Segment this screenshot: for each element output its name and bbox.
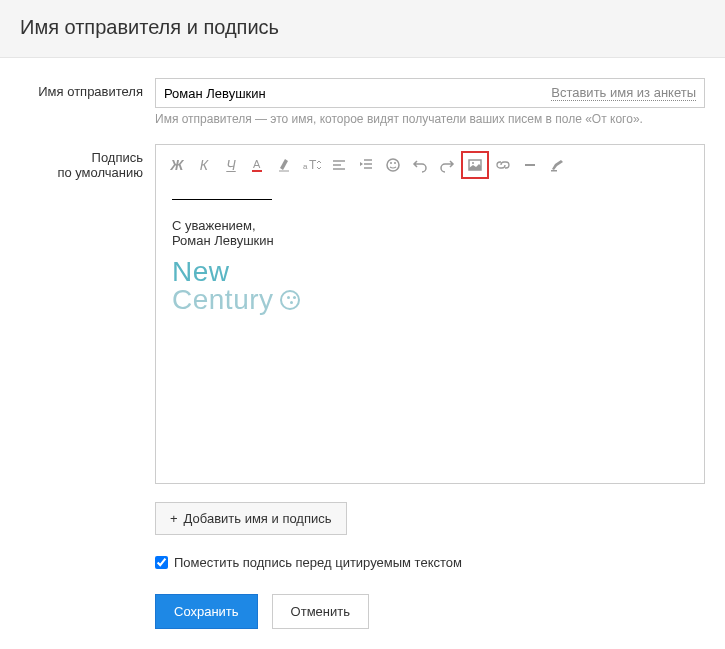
svg-text:T: T bbox=[309, 158, 317, 172]
content: Имя отправителя Вставить имя из анкеты И… bbox=[0, 58, 725, 649]
logo-icon bbox=[280, 290, 300, 310]
link-button[interactable] bbox=[490, 152, 516, 178]
page-header: Имя отправителя и подпись bbox=[0, 0, 725, 58]
logo-line1: New bbox=[172, 258, 688, 286]
svg-text:A: A bbox=[253, 158, 261, 170]
hr-button[interactable] bbox=[517, 152, 543, 178]
sender-hint: Имя отправителя — это имя, которое видят… bbox=[155, 112, 705, 126]
place-before-quote-row: Поместить подпись перед цитируемым текст… bbox=[155, 555, 705, 570]
sender-row: Имя отправителя Вставить имя из анкеты И… bbox=[20, 78, 705, 138]
signature-label: Подпись по умолчанию bbox=[20, 144, 155, 629]
cancel-button[interactable]: Отменить bbox=[272, 594, 369, 629]
signature-name: Роман Левушкин bbox=[172, 233, 688, 248]
emoji-button[interactable] bbox=[380, 152, 406, 178]
sender-name-input[interactable] bbox=[164, 79, 543, 107]
editor-toolbar: Ж К Ч A aT bbox=[156, 145, 704, 185]
sender-input-wrapper: Вставить имя из анкеты bbox=[155, 78, 705, 108]
undo-button[interactable] bbox=[407, 152, 433, 178]
sender-label: Имя отправителя bbox=[20, 78, 155, 138]
bold-button[interactable]: Ж bbox=[164, 152, 190, 178]
plus-icon: + bbox=[170, 511, 178, 526]
svg-rect-2 bbox=[279, 170, 289, 172]
place-before-quote-checkbox[interactable] bbox=[155, 556, 168, 569]
save-button[interactable]: Сохранить bbox=[155, 594, 258, 629]
editor-content[interactable]: С уважением, Роман Левушкин New Century bbox=[156, 185, 704, 483]
svg-point-12 bbox=[390, 162, 392, 164]
signature-divider bbox=[172, 199, 272, 200]
svg-rect-17 bbox=[551, 170, 557, 172]
svg-text:a: a bbox=[303, 162, 308, 171]
signature-editor: Ж К Ч A aT bbox=[155, 144, 705, 484]
page-title: Имя отправителя и подпись bbox=[20, 16, 705, 39]
svg-rect-1 bbox=[252, 170, 262, 172]
place-before-quote-label: Поместить подпись перед цитируемым текст… bbox=[174, 555, 462, 570]
font-size-button[interactable]: aT bbox=[299, 152, 325, 178]
indent-button[interactable] bbox=[353, 152, 379, 178]
add-signature-button[interactable]: + Добавить имя и подпись bbox=[155, 502, 347, 535]
text-color-button[interactable]: A bbox=[245, 152, 271, 178]
insert-from-profile-link[interactable]: Вставить имя из анкеты bbox=[551, 85, 696, 101]
highlight-button[interactable] bbox=[272, 152, 298, 178]
clear-format-button[interactable] bbox=[544, 152, 570, 178]
logo-line2: Century bbox=[172, 286, 688, 314]
svg-point-15 bbox=[472, 162, 474, 164]
image-button[interactable] bbox=[461, 151, 489, 179]
underline-button[interactable]: Ч bbox=[218, 152, 244, 178]
signature-greeting: С уважением, bbox=[172, 218, 688, 233]
italic-button[interactable]: К bbox=[191, 152, 217, 178]
signature-row: Подпись по умолчанию Ж К Ч A aT bbox=[20, 144, 705, 629]
svg-point-13 bbox=[394, 162, 396, 164]
align-button[interactable] bbox=[326, 152, 352, 178]
svg-point-11 bbox=[387, 159, 399, 171]
redo-button[interactable] bbox=[434, 152, 460, 178]
action-buttons: Сохранить Отменить bbox=[155, 594, 705, 629]
